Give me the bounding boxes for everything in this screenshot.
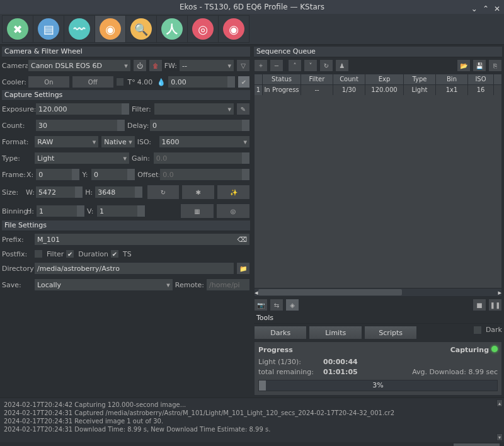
guide-tab[interactable]: ◎ [187,15,218,43]
bin-h-label: H: [26,207,34,215]
dark-checkbox[interactable] [473,326,482,334]
close-icon[interactable]: ✕ [494,2,500,16]
focus-tab[interactable]: 🔍 [125,15,156,43]
iso-combo[interactable]: 1600 [159,135,250,148]
clear-icon[interactable]: ⌫ [237,236,247,244]
iso-label: ISO: [137,138,157,146]
bin-h-spin[interactable]: 1 [36,205,85,217]
darks-button[interactable]: Darks [254,326,307,340]
power-button[interactable]: ⏻ [133,59,147,72]
temp-label: T° [128,78,135,86]
queue-up-button[interactable]: ˄ [288,59,302,72]
maximize-icon[interactable]: ⌃ [483,2,489,16]
loop-button[interactable]: ◎ [216,203,250,219]
edit-filter-button[interactable]: ✎ [236,103,250,115]
size-w-spin[interactable]: 5472 [35,186,83,198]
temp-checkbox[interactable] [116,77,124,86]
save-combo[interactable]: Locally [34,278,173,291]
mount-tab[interactable]: ◉ [218,15,249,43]
postfix-ts-chk[interactable]: ✔ [110,249,119,258]
log-scrollbar[interactable]: ▴▾ [496,399,503,441]
queue-hdr-count[interactable]: Count [333,74,365,84]
filter-combo[interactable] [154,103,234,115]
count-spin[interactable]: 30 [35,119,125,132]
frame-y-spin[interactable]: 0 [91,168,135,181]
queue-hdr-type[interactable]: Type [404,74,436,84]
pause-button[interactable]: ❚❚ [488,299,502,311]
format-combo[interactable]: RAW [34,135,99,148]
delay-spin[interactable]: 0 [149,119,250,132]
temp-value: 4.00 [137,78,154,86]
gear-icon: ✱ [196,189,201,196]
rotator-button[interactable]: ▦ [180,203,214,219]
minimize-icon[interactable]: ⌄ [471,2,478,16]
loop-toggle-button[interactable]: ⇆ [270,299,284,311]
dir-label: Directory: [2,265,32,273]
capture-tab[interactable]: ◉ [94,15,125,43]
stop-button[interactable]: ■ [472,299,486,311]
frame-x-spin[interactable]: 0 [35,168,80,181]
reset-frame-button[interactable]: ↻ [147,185,180,200]
table-row[interactable]: 1 In Progress -- 1/30 120.000 Light 1x1 … [255,85,501,95]
queue-hdr-exp[interactable]: Exp [365,74,404,84]
auto-button[interactable]: ✨ [217,185,250,200]
pencil-icon: ✎ [241,106,246,113]
offset-spin[interactable]: 0.0 [159,168,250,181]
record-icon: ◎ [231,208,236,215]
cooler-off-button[interactable]: Off [72,76,114,88]
queue-reset-button[interactable]: ↻ [319,59,333,72]
type-combo[interactable]: Light [34,152,130,164]
queue-hdr-bin[interactable]: Bin [436,74,468,84]
postfix-filter-chk[interactable] [34,249,43,258]
queue-table[interactable]: Status Filter Count Exp Type Bin ISO 1 I… [254,74,502,297]
queue-open-button[interactable]: 📂 [457,59,471,72]
exposure-spin[interactable]: 120.000 [35,103,130,115]
calibration-button[interactable]: ✱ [181,185,215,200]
fw-combo[interactable]: -- [179,59,234,72]
native-combo[interactable]: Native [101,135,135,148]
queue-hdr-filter[interactable]: Filter [301,74,333,84]
size-h-spin[interactable]: 3648 [94,186,142,198]
preview-photo-button[interactable]: 📷 [254,299,268,311]
queue-hscroll[interactable]: ◂▸ [255,288,501,296]
queue-hdr-iso[interactable]: ISO [468,74,494,84]
dir-input[interactable]: /media/astroberry/Astro [34,262,234,275]
live-button[interactable]: ◈ [285,299,299,311]
align-tab[interactable]: 人 [156,15,187,43]
status-led [491,346,498,352]
wand-icon: ✨ [230,189,238,196]
stop-icon: ■ [476,302,482,309]
remote-input: /home/pi [206,278,250,291]
options-button[interactable]: Options... [453,443,500,446]
live-icon: ◈ [290,302,295,309]
queue-remove-button[interactable]: − [270,59,284,72]
humidity-spin[interactable]: 0.00 [168,76,235,88]
bin-v-spin[interactable]: 1 [96,205,146,217]
limits-button[interactable]: Limits [309,326,362,340]
queue-add-button[interactable]: ＋ [254,59,268,72]
loop-icon: ⇆ [274,302,279,309]
delete-button[interactable]: 🗑 [149,59,163,72]
camera-combo[interactable]: Canon DSLR EOS 6D [28,59,131,72]
crop-icon: ▦ [194,208,200,215]
queue-save-button[interactable]: 💾 [472,59,486,72]
setup-tab[interactable]: ✖ [2,15,33,43]
log-line: 2024-02-17T20:24:31 Captured /media/astr… [4,409,500,417]
filter-button[interactable]: ▽ [236,59,250,72]
scripts-button[interactable]: Scripts [364,326,417,340]
queue-down-button[interactable]: ˅ [304,59,318,72]
preview-button[interactable]: ✔ [238,76,250,88]
analyze-tab[interactable]: 〰 [64,15,94,43]
queue-observer-button[interactable]: ♟ [335,59,349,72]
cooler-on-button[interactable]: On [28,76,70,88]
prefix-input[interactable]: M_101⌫ [34,233,250,246]
scheduler-tab[interactable]: ▤ [33,15,64,43]
postfix-duration-chk[interactable]: ✔ [66,249,74,258]
gain-spin[interactable]: 0.0 [153,152,250,164]
queue-saveas-button[interactable]: ⎘ [488,59,502,72]
camera-label: Camera [2,62,26,70]
browse-button[interactable]: 📁 [236,262,250,275]
progress-panel: Progress Capturing Light (1/30):00:00:44… [254,341,502,396]
queue-hdr-status[interactable]: Status [263,74,301,84]
count-label: Count: [2,122,33,130]
